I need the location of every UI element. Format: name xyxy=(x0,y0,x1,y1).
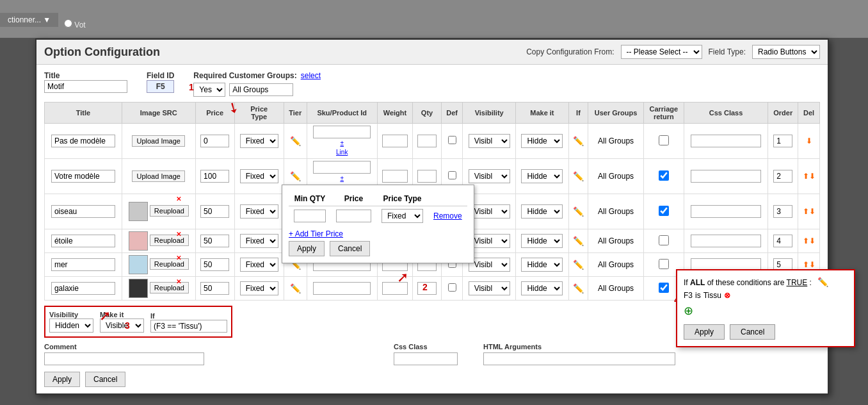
css-class-input[interactable] xyxy=(394,352,458,365)
row4-order[interactable] xyxy=(773,235,792,247)
row3-visibility[interactable]: Visibl xyxy=(469,204,510,219)
row6-title[interactable] xyxy=(51,282,115,295)
row2-visibility[interactable]: Visibl xyxy=(469,169,510,183)
row3-price-type[interactable]: Fixed xyxy=(240,204,278,219)
row6-weight[interactable] xyxy=(382,282,408,295)
row5-make-it[interactable]: Hidde xyxy=(521,258,563,272)
row1-if-edit[interactable]: ✏️ xyxy=(573,136,584,146)
row5-if-edit[interactable]: ✏️ xyxy=(573,260,584,270)
row4-up[interactable]: ⬆ xyxy=(803,236,809,245)
condition-edit-icon[interactable]: ✏️ xyxy=(817,277,828,287)
row5-carriage[interactable] xyxy=(659,259,669,269)
row4-price-type[interactable]: Fixed xyxy=(240,234,278,248)
row6-def[interactable] xyxy=(448,283,456,292)
row2-carriage[interactable] xyxy=(659,170,669,181)
tier-price-type-select[interactable]: Fixed xyxy=(382,209,423,223)
row2-css[interactable] xyxy=(691,170,761,183)
row4-remove-x[interactable]: ✕ xyxy=(176,231,181,238)
condition-remove-x[interactable]: ⊗ xyxy=(724,291,730,300)
row2-title[interactable] xyxy=(51,170,115,183)
row5-visibility[interactable]: Visibl xyxy=(469,258,510,272)
row2-sku[interactable] xyxy=(313,161,371,174)
row2-down[interactable]: ⬇ xyxy=(809,172,816,181)
row1-weight[interactable] xyxy=(382,135,408,147)
all-groups-input[interactable] xyxy=(229,83,293,96)
row6-price[interactable] xyxy=(200,282,229,295)
row3-make-it[interactable]: Hidde xyxy=(521,204,563,219)
row3-reupload[interactable]: Reupload xyxy=(150,205,189,217)
tier-remove-link[interactable]: Remove xyxy=(433,211,462,220)
row1-qty[interactable] xyxy=(417,135,437,147)
row2-order[interactable] xyxy=(773,170,792,183)
if-input[interactable] xyxy=(150,320,227,333)
row4-css[interactable] xyxy=(691,235,761,247)
row2-tier-edit[interactable]: ✏️ xyxy=(290,171,301,181)
row5-reupload[interactable]: Reupload xyxy=(150,258,189,270)
row1-upload[interactable]: Upload Image xyxy=(132,135,185,147)
row4-down[interactable]: ⬇ xyxy=(809,236,816,245)
row6-tier-edit[interactable]: ✏️ xyxy=(290,283,301,293)
row1-price-type[interactable]: Fixed xyxy=(240,134,278,148)
row5-down[interactable]: ⬇ xyxy=(809,260,816,269)
row1-link[interactable]: ±Link xyxy=(336,140,348,156)
select-link[interactable]: select xyxy=(301,71,321,80)
row3-css[interactable] xyxy=(691,205,761,218)
row5-remove-x[interactable]: ✕ xyxy=(176,254,181,261)
condition-cancel-button[interactable]: Cancel xyxy=(730,324,775,340)
row5-price[interactable] xyxy=(200,258,229,271)
row6-if-edit[interactable]: ✏️ xyxy=(573,283,584,293)
row5-title[interactable] xyxy=(51,258,115,271)
tier-min-qty-input[interactable] xyxy=(294,210,326,222)
row3-title[interactable] xyxy=(51,205,115,218)
actionner-dropdown[interactable]: ctionner... ▼ xyxy=(0,13,58,27)
row2-upload[interactable]: Upload Image xyxy=(132,170,185,182)
row2-make-it[interactable]: Hidde xyxy=(521,169,563,183)
row6-reupload[interactable]: Reupload xyxy=(150,282,189,293)
visibility-select[interactable]: HiddenVisible xyxy=(49,318,93,333)
cancel-button[interactable]: Cancel xyxy=(85,372,125,387)
row2-price[interactable] xyxy=(200,170,229,183)
row4-title[interactable] xyxy=(51,235,115,247)
row3-up[interactable]: ⬆ xyxy=(803,207,809,216)
apply-button[interactable]: Apply xyxy=(44,372,80,387)
row2-qty[interactable] xyxy=(417,170,437,183)
row1-make-it[interactable]: Hidde xyxy=(521,134,563,148)
row1-del[interactable]: ⬇ xyxy=(806,136,812,145)
row4-carriage[interactable] xyxy=(659,235,669,245)
make-it-select[interactable]: VisibleHidden xyxy=(100,318,144,333)
row1-title[interactable] xyxy=(51,135,115,147)
row2-up[interactable]: ⬆ xyxy=(803,172,809,181)
row1-visibility[interactable]: Visibl xyxy=(469,134,510,148)
add-tier-link[interactable]: + Add Tier Price xyxy=(289,229,467,238)
row6-carriage[interactable] xyxy=(659,283,669,293)
row6-qty[interactable] xyxy=(417,282,437,295)
tier-price-input[interactable] xyxy=(336,210,371,222)
row4-visibility[interactable]: Visibl xyxy=(469,234,510,248)
row3-carriage[interactable] xyxy=(659,206,669,216)
tier-cancel-button[interactable]: Cancel xyxy=(330,241,370,256)
html-args-input[interactable] xyxy=(483,352,675,365)
field-type-select[interactable]: Radio Buttons xyxy=(752,45,820,59)
row2-weight[interactable] xyxy=(382,170,408,183)
row3-remove-x[interactable]: ✕ xyxy=(176,195,181,202)
row2-def[interactable] xyxy=(448,171,456,179)
row1-tier-edit[interactable]: ✏️ xyxy=(290,136,301,146)
row3-price[interactable] xyxy=(200,205,229,218)
row3-order[interactable] xyxy=(773,205,792,218)
row1-order[interactable] xyxy=(773,135,792,147)
row5-up[interactable]: ⬆ xyxy=(803,260,809,269)
row3-down[interactable]: ⬇ xyxy=(809,207,816,216)
row6-visibility[interactable]: Visibl xyxy=(469,281,510,295)
row3-if-edit[interactable]: ✏️ xyxy=(573,206,584,217)
row1-css[interactable] xyxy=(691,135,761,147)
yes-no-select[interactable]: YesNo xyxy=(193,83,225,97)
row6-make-it[interactable]: Hidde xyxy=(521,281,563,295)
row1-carriage[interactable] xyxy=(659,135,669,145)
title-input[interactable] xyxy=(44,80,127,93)
row1-def[interactable] xyxy=(448,136,456,144)
row2-if-edit[interactable]: ✏️ xyxy=(573,171,584,181)
condition-add-icon[interactable]: ⊕ xyxy=(684,304,693,317)
row6-sku[interactable] xyxy=(313,282,371,295)
tier-apply-button[interactable]: Apply xyxy=(289,241,325,256)
row6-remove-x[interactable]: ✕ xyxy=(176,278,181,285)
